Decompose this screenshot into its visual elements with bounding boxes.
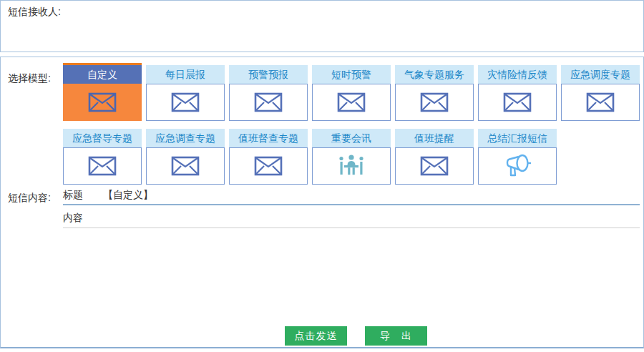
compose-section: 选择模型: 自定义 每日晨报 预警预报 短时预警 气象专题服务 灾情险情反馈 xyxy=(0,57,644,348)
template-card-body xyxy=(312,147,391,185)
envelope-icon xyxy=(88,156,117,176)
template-card-header: 每日晨报 xyxy=(146,65,225,84)
template-card-header: 气象专题服务 xyxy=(395,65,474,84)
sms-send-page: 短信接收人: 选择模型: 自定义 每日晨报 预警预报 短时预警 气象专题服务 xyxy=(0,0,644,352)
template-card-body xyxy=(395,147,474,185)
template-card[interactable]: 短时预警 xyxy=(312,65,391,121)
template-card[interactable]: 值班督查专题 xyxy=(229,129,308,185)
template-card[interactable]: 应急调度专题 xyxy=(561,65,640,121)
template-card-header: 应急督导专题 xyxy=(63,129,142,147)
envelope-icon xyxy=(337,92,366,112)
template-card-body xyxy=(146,84,225,121)
envelope-icon xyxy=(586,92,615,112)
template-card-header: 值班提醒 xyxy=(395,129,474,147)
envelope-icon xyxy=(420,92,449,112)
template-card-body xyxy=(478,147,557,185)
recipients-input[interactable] xyxy=(67,4,640,49)
template-card-body xyxy=(478,84,557,121)
export-button[interactable]: 导 出 xyxy=(365,326,427,346)
template-card-header: 短时预警 xyxy=(312,65,391,84)
recipients-label: 短信接收人: xyxy=(8,6,61,19)
content-label: 短信内容: xyxy=(8,192,51,205)
template-card-body xyxy=(395,84,474,121)
template-card[interactable]: 应急督导专题 xyxy=(63,129,142,185)
envelope-icon xyxy=(171,156,200,176)
title-field[interactable]: 标题【自定义】 xyxy=(63,185,640,205)
template-grid: 自定义 每日晨报 预警预报 短时预警 气象专题服务 灾情险情反馈 xyxy=(63,63,640,185)
recipients-section: 短信接收人: xyxy=(0,0,644,52)
template-card-header: 自定义 xyxy=(63,63,142,84)
envelope-icon xyxy=(254,156,283,176)
template-card[interactable]: 预警预报 xyxy=(229,65,308,121)
content-body-label: 内容 xyxy=(63,212,83,223)
send-button[interactable]: 点击发送 xyxy=(285,326,347,346)
action-bar: 点击发送 导 出 xyxy=(285,326,427,346)
content-field[interactable]: 内容 xyxy=(63,208,640,228)
template-card-header: 灾情险情反馈 xyxy=(478,65,557,84)
template-card-header: 值班督查专题 xyxy=(229,129,308,147)
template-card[interactable]: 自定义 xyxy=(63,63,142,121)
title-value: 【自定义】 xyxy=(103,189,153,200)
template-card-header: 总结汇报短信 xyxy=(478,129,557,147)
template-card[interactable]: 气象专题服务 xyxy=(395,65,474,121)
template-card-body xyxy=(229,84,308,121)
title-label: 标题 xyxy=(63,189,83,200)
template-card[interactable]: 重要会讯 xyxy=(312,129,391,185)
template-card-body xyxy=(63,147,142,185)
template-card-header: 重要会讯 xyxy=(312,129,391,147)
template-card-header: 预警预报 xyxy=(229,65,308,84)
template-card-body xyxy=(146,147,225,185)
template-card-body xyxy=(561,84,640,121)
model-select-label: 选择模型: xyxy=(8,72,51,85)
envelope-icon xyxy=(503,92,532,112)
template-card-body xyxy=(63,84,142,121)
template-card-body xyxy=(312,84,391,121)
envelope-icon xyxy=(254,92,283,112)
meeting-icon xyxy=(336,153,367,179)
template-card-body xyxy=(229,147,308,185)
template-card[interactable]: 每日晨报 xyxy=(146,65,225,121)
megaphone-icon xyxy=(502,153,532,179)
template-card[interactable]: 值班提醒 xyxy=(395,129,474,185)
template-card[interactable]: 应急调查专题 xyxy=(146,129,225,185)
envelope-icon xyxy=(171,92,200,112)
template-card-header: 应急调度专题 xyxy=(561,65,640,84)
template-card[interactable]: 总结汇报短信 xyxy=(478,129,557,185)
envelope-icon xyxy=(420,156,449,176)
envelope-icon xyxy=(88,92,117,112)
template-card-header: 应急调查专题 xyxy=(146,129,225,147)
template-card[interactable]: 灾情险情反馈 xyxy=(478,65,557,121)
